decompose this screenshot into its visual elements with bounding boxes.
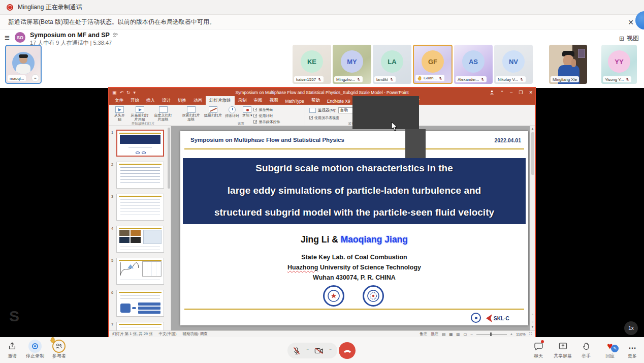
meeting-avatar[interactable]: SO [15, 32, 25, 43]
qat-dropdown-icon[interactable]: ▾ [134, 90, 136, 95]
redo-icon[interactable]: ↻ [126, 90, 131, 95]
camera-muted-button[interactable] [314, 347, 324, 354]
slide-number: 4 [111, 226, 113, 231]
normal-view-icon[interactable]: ▤ [442, 332, 445, 337]
view-button[interactable]: ⊞ 视图 [619, 34, 639, 43]
tab-mathtype[interactable]: MathType [282, 97, 308, 105]
tab-transitions[interactable]: 切换 [174, 96, 190, 105]
record-button[interactable]: 录制 ▾ [241, 106, 253, 118]
hangup-icon [343, 348, 352, 353]
restore-icon[interactable]: ❐ [519, 90, 523, 95]
slide-thumbnail[interactable] [116, 322, 164, 330]
tab-animations[interactable]: 动画 [190, 96, 206, 105]
self-view-menu-icon[interactable]: ≡ [31, 74, 39, 82]
scroll-up-icon[interactable]: ▲ [530, 126, 535, 130]
participant-tile[interactable]: LA landiki [373, 45, 411, 84]
participant-tile[interactable]: NV Nikolay V... [494, 45, 533, 84]
undo-icon[interactable]: ↶ [120, 90, 124, 95]
slide-header-left: Symposium on Multiphase Flow and Statist… [190, 137, 344, 143]
participant-tile[interactable]: KE kaiser1557 [293, 45, 331, 84]
zoom-in-icon[interactable]: + [510, 332, 512, 337]
tab-record[interactable]: 录制 [235, 96, 250, 105]
participant-tile[interactable]: AS Alexander... [454, 45, 493, 84]
tab-design[interactable]: 设计 [158, 96, 174, 105]
save-icon[interactable]: ▣ [112, 90, 117, 95]
beta-banner: 新通话屏幕(Beta 版)现在处于活动状态。以前的版本仍在布局选取器中可用。 ✕ [0, 15, 644, 29]
participant-video-tile[interactable]: Mingliang Xie [549, 45, 587, 84]
self-video-tile[interactable]: maoqi... ≡ [5, 45, 42, 84]
zoom-scale-badge[interactable]: 1x [624, 321, 638, 335]
slide-thumbnail[interactable] [116, 258, 164, 285]
tab-help[interactable]: 帮助 [308, 96, 324, 105]
tab-home[interactable]: 开始 [127, 96, 143, 105]
hide-slide-button[interactable]: 隐藏幻灯片 [203, 106, 223, 118]
recording-banner-text: Mingliang 正在录制通话 [18, 3, 82, 12]
next-slide-button[interactable]: ⌄ [530, 319, 535, 323]
mic-options-chevron[interactable]: ⌃ [306, 348, 309, 353]
picture-frame [578, 49, 585, 58]
slide-scrollbar[interactable]: ▲ ⌃ ⌄ ▼ [530, 126, 535, 330]
participants-button[interactable]: 参与者 [45, 341, 73, 359]
from-beginning-button[interactable]: 从头开始 [111, 106, 128, 122]
scrollbar-thumb[interactable] [531, 132, 534, 175]
participant-tile-hand-raised[interactable]: GF Guan... [413, 45, 453, 84]
participant-tile[interactable]: YY Yisong Y... [601, 45, 637, 84]
setup-slideshow-button[interactable]: 设置幻灯片放映 [179, 106, 203, 122]
slide-thumbnail[interactable] [116, 162, 164, 189]
tab-review[interactable]: 审阅 [250, 96, 266, 105]
fit-slide-icon[interactable]: ⛶ [529, 331, 532, 337]
close-icon[interactable]: ✕ [625, 17, 636, 27]
minimize-icon[interactable]: – [510, 90, 512, 95]
zoom-level[interactable]: 110% [516, 332, 526, 337]
tab-slideshow[interactable]: 幻灯片放映 [206, 96, 235, 105]
accessibility-status[interactable]: 辅助功能: 调查 [183, 331, 208, 337]
account-icon[interactable] [490, 90, 494, 95]
powerpoint-window[interactable]: ▣ ↶ ↻ ▾ Symposium on Multiphase Flow and… [109, 88, 535, 337]
ppt-status-bar: 幻灯片 第 1 张, 共 29 张 中文(中国) 辅助功能: 调查 备注 批注 … [109, 330, 535, 337]
from-current-slide-button[interactable]: 从当前幻灯片开始 [128, 106, 151, 122]
menu-icon[interactable]: ≡ [5, 33, 10, 43]
tab-endnote[interactable]: EndNote X9 [324, 97, 354, 105]
play-narrations-checkbox[interactable]: 播放旁白 [253, 107, 280, 112]
gold-rule-top [184, 148, 524, 149]
tab-insert[interactable]: 插入 [143, 96, 158, 105]
slide-thumbnail[interactable] [116, 194, 164, 221]
previous-slide-button[interactable]: ⌃ [530, 313, 535, 317]
meeting-app-window: Mingliang 正在录制通话 新通话屏幕(Beta 版)现在处于活动状态。以… [0, 0, 644, 363]
notes-button[interactable]: 备注 [420, 331, 427, 337]
slide-thumbnail[interactable] [116, 290, 164, 317]
tab-view[interactable]: 视图 [266, 96, 282, 105]
slide-header-date: 2022.04.01 [494, 137, 521, 143]
end-call-button[interactable] [339, 342, 356, 359]
close-window-icon[interactable]: ✕ [529, 90, 533, 95]
participant-name-label: Alexander... [456, 76, 487, 82]
more-button[interactable]: … 更多 [618, 341, 644, 359]
rehearse-timings-button[interactable]: 排练计时 [223, 106, 241, 118]
use-timings-checkbox[interactable]: 使用计时 [253, 113, 280, 118]
camera-options-chevron[interactable]: ⌃ [329, 348, 332, 353]
participant-tile[interactable]: MY Mingzho... [333, 45, 371, 84]
slide-canvas[interactable]: Symposium on Multiphase Flow and Statist… [180, 131, 528, 325]
comments-button[interactable]: 批注 [431, 331, 438, 337]
zoom-slider[interactable] [476, 334, 507, 335]
tab-file[interactable]: 文件 [111, 96, 127, 105]
zoom-out-icon[interactable]: – [471, 332, 473, 337]
slide-sorter-icon[interactable]: ▦ [449, 332, 453, 337]
share-arrow-icon [8, 342, 17, 351]
slideshow-view-icon[interactable]: ▭ [463, 332, 467, 337]
slide-thumbnail-panel[interactable]: 1 2 3 4 [109, 126, 171, 330]
slide-thumbnail[interactable] [116, 130, 164, 157]
slide-title-line3: structured subgrid model with the partic… [185, 207, 524, 218]
panel-scrollbar[interactable] [168, 128, 170, 189]
quick-access-toolbar[interactable]: ▣ ↶ ↻ ▾ [109, 90, 136, 95]
ribbon-options-icon[interactable]: ⌃ [500, 90, 504, 95]
more-icon: … [628, 341, 636, 351]
participant-name-label: Mingzho... [334, 76, 363, 82]
reading-view-icon[interactable]: ▥ [456, 332, 460, 337]
scroll-down-icon[interactable]: ▼ [530, 325, 535, 328]
slide-thumbnail[interactable] [116, 226, 164, 253]
custom-slideshow-button[interactable]: 自定义幻灯片放映 [151, 106, 175, 122]
mic-muted-button[interactable] [293, 347, 301, 355]
ppt-titlebar[interactable]: ▣ ↶ ↻ ▾ Symposium on Multiphase Flow and… [109, 88, 535, 97]
language-indicator[interactable]: 中文(中国) [159, 331, 177, 337]
